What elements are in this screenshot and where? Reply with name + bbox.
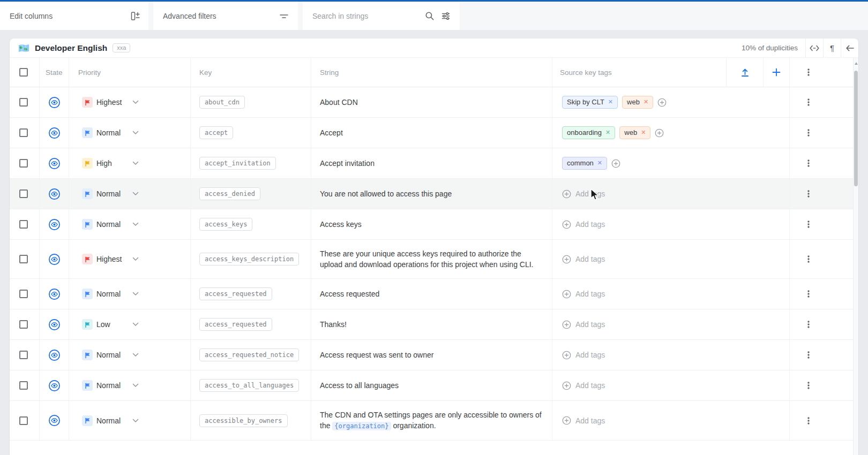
row-checkbox[interactable] bbox=[19, 98, 28, 107]
row-menu-kebab-icon[interactable] bbox=[804, 189, 813, 199]
string-cell[interactable]: The CDN and OTA settings pages are only … bbox=[311, 401, 552, 440]
add-tags-button[interactable]: Add tags bbox=[562, 320, 605, 329]
state-eye-icon[interactable] bbox=[48, 288, 61, 300]
row-checkbox[interactable] bbox=[19, 220, 28, 229]
string-cell[interactable]: Accept bbox=[311, 118, 552, 148]
add-tags-button[interactable]: Add tags bbox=[562, 351, 605, 360]
tag-chip[interactable]: Skip by CLT✕ bbox=[562, 96, 618, 109]
key-chip[interactable]: accept_invitation bbox=[199, 157, 276, 170]
state-eye-icon[interactable] bbox=[48, 318, 61, 331]
string-cell[interactable]: Access requested bbox=[311, 279, 552, 309]
tag-remove-icon[interactable]: ✕ bbox=[643, 98, 648, 105]
add-tags-button[interactable]: Add tags bbox=[562, 381, 605, 390]
row-checkbox[interactable] bbox=[19, 255, 28, 263]
string-cell[interactable]: Thanks! bbox=[311, 309, 552, 339]
row-checkbox[interactable] bbox=[19, 351, 28, 359]
row-menu-kebab-icon[interactable] bbox=[804, 381, 813, 390]
key-chip[interactable]: accessible_by_owners bbox=[199, 414, 288, 427]
add-tag-plus-circle-icon[interactable] bbox=[655, 128, 664, 138]
edit-columns-button[interactable]: Edit columns bbox=[0, 2, 148, 30]
state-eye-icon[interactable] bbox=[48, 380, 61, 392]
string-cell[interactable]: Access keys bbox=[311, 209, 552, 239]
state-eye-icon[interactable] bbox=[48, 253, 61, 266]
state-eye-icon[interactable] bbox=[48, 127, 61, 139]
advanced-filters-button[interactable]: Advanced filters bbox=[153, 2, 298, 30]
string-cell[interactable]: Accept invitation bbox=[311, 148, 552, 178]
tag-chip[interactable]: web✕ bbox=[619, 126, 650, 139]
state-eye-icon[interactable] bbox=[48, 414, 61, 427]
row-checkbox[interactable] bbox=[19, 381, 28, 390]
priority-dropdown[interactable]: Normal bbox=[82, 289, 139, 299]
search-options-sliders-icon[interactable] bbox=[439, 10, 452, 22]
add-key-button[interactable] bbox=[763, 58, 789, 87]
state-eye-icon[interactable] bbox=[48, 188, 61, 200]
key-chip[interactable]: access_denied bbox=[199, 187, 260, 200]
add-tag-plus-circle-icon[interactable] bbox=[611, 159, 620, 168]
state-eye-icon[interactable] bbox=[48, 349, 61, 361]
key-chip[interactable]: access_keys bbox=[199, 218, 252, 231]
back-arrow-icon[interactable] bbox=[841, 39, 858, 57]
show-placeholders-code-icon[interactable] bbox=[805, 39, 823, 57]
key-chip[interactable]: access_to_all_languages bbox=[199, 379, 299, 392]
state-eye-icon[interactable] bbox=[48, 96, 61, 109]
key-chip[interactable]: about_cdn bbox=[199, 96, 245, 109]
row-checkbox[interactable] bbox=[19, 416, 28, 425]
key-chip[interactable]: access_requested bbox=[199, 318, 272, 331]
key-chip[interactable]: access_requested_notice bbox=[199, 348, 299, 361]
search-icon[interactable] bbox=[423, 10, 436, 22]
state-eye-icon[interactable] bbox=[48, 218, 61, 231]
vertical-scrollbar[interactable] bbox=[853, 58, 858, 455]
string-cell[interactable]: Access to all languages bbox=[311, 370, 552, 400]
priority-dropdown[interactable]: Normal bbox=[82, 127, 139, 138]
add-tags-button[interactable]: Add tags bbox=[562, 255, 605, 264]
row-checkbox[interactable] bbox=[19, 128, 28, 137]
add-tags-button[interactable]: Add tags bbox=[562, 220, 605, 229]
row-checkbox[interactable] bbox=[19, 320, 28, 329]
string-cell[interactable]: Access request was sent to owner bbox=[311, 340, 552, 370]
string-cell[interactable]: You are not allowed to access this page bbox=[311, 179, 552, 209]
string-cell[interactable]: These are your unique access keys requir… bbox=[311, 240, 552, 278]
string-cell[interactable]: About CDN bbox=[311, 87, 552, 117]
row-checkbox[interactable] bbox=[19, 189, 28, 198]
row-menu-kebab-icon[interactable] bbox=[804, 128, 813, 138]
row-menu-kebab-icon[interactable] bbox=[804, 254, 813, 264]
priority-dropdown[interactable]: Highest bbox=[82, 254, 139, 264]
row-checkbox[interactable] bbox=[19, 159, 28, 168]
priority-dropdown[interactable]: Low bbox=[82, 319, 139, 330]
row-checkbox[interactable] bbox=[19, 290, 28, 298]
select-all-checkbox[interactable] bbox=[19, 68, 28, 77]
priority-dropdown[interactable]: Normal bbox=[82, 350, 139, 360]
priority-dropdown[interactable]: Normal bbox=[82, 219, 139, 230]
tag-remove-icon[interactable]: ✕ bbox=[597, 160, 602, 166]
tag-remove-icon[interactable]: ✕ bbox=[605, 129, 610, 136]
priority-dropdown[interactable]: Normal bbox=[82, 415, 139, 426]
search-input[interactable] bbox=[312, 12, 420, 20]
priority-dropdown[interactable]: Normal bbox=[82, 380, 139, 391]
row-menu-kebab-icon[interactable] bbox=[804, 158, 813, 168]
row-menu-kebab-icon[interactable] bbox=[804, 97, 813, 107]
tag-chip[interactable]: onboarding✕ bbox=[562, 126, 615, 139]
tag-remove-icon[interactable]: ✕ bbox=[608, 98, 613, 105]
key-chip[interactable]: access_requested bbox=[199, 287, 272, 300]
row-menu-kebab-icon[interactable] bbox=[804, 416, 813, 426]
priority-dropdown[interactable]: Normal bbox=[82, 188, 139, 199]
row-menu-kebab-icon[interactable] bbox=[804, 219, 813, 229]
upload-button[interactable] bbox=[726, 58, 763, 87]
row-menu-kebab-icon[interactable] bbox=[804, 350, 813, 360]
add-tags-button[interactable]: Add tags bbox=[562, 290, 605, 299]
tag-chip[interactable]: web✕ bbox=[622, 96, 653, 109]
key-chip[interactable]: accept bbox=[199, 126, 233, 139]
row-menu-kebab-icon[interactable] bbox=[804, 289, 813, 299]
scroll-up-arrow-icon[interactable] bbox=[855, 62, 858, 65]
priority-dropdown[interactable]: High bbox=[82, 158, 139, 169]
tag-chip[interactable]: common✕ bbox=[562, 157, 607, 170]
add-tags-button[interactable]: Add tags bbox=[562, 416, 605, 425]
add-tag-plus-circle-icon[interactable] bbox=[657, 98, 667, 107]
add-tags-button[interactable]: Add tags bbox=[562, 189, 605, 199]
priority-dropdown[interactable]: Highest bbox=[82, 97, 139, 108]
show-whitespace-pilcrow-icon[interactable]: ¶ bbox=[823, 39, 841, 57]
table-menu-kebab-icon[interactable] bbox=[804, 67, 813, 77]
state-eye-icon[interactable] bbox=[48, 157, 61, 170]
key-chip[interactable]: access_keys_description bbox=[199, 253, 299, 266]
row-menu-kebab-icon[interactable] bbox=[804, 320, 813, 329]
